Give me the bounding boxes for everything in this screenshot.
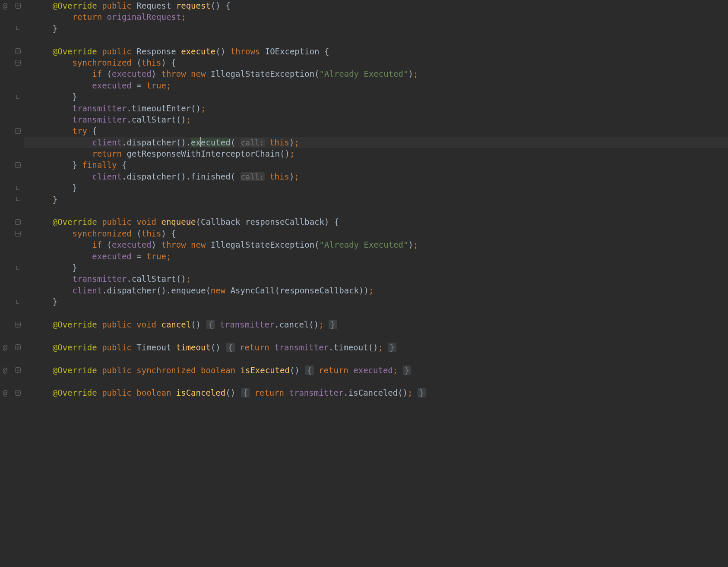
code-line[interactable]: @Override public Response execute() thro… (24, 46, 728, 57)
code-line[interactable]: return originalRequest; (24, 11, 728, 22)
code-line[interactable]: } (24, 262, 728, 273)
code-line[interactable]: executed = true; (24, 80, 728, 91)
fold-end-icon (15, 185, 21, 191)
gutter-row (0, 330, 24, 341)
gutter-row (0, 68, 24, 79)
code-line-current[interactable]: client.dispatcher().executed( call: this… (24, 137, 728, 148)
gutter-row (0, 308, 24, 319)
fold-placeholder-close[interactable]: } (403, 365, 411, 375)
text-cursor (200, 137, 201, 147)
code-line[interactable]: @Override public Request request() { (24, 0, 728, 11)
gutter-row (0, 34, 24, 45)
fold-placeholder-close[interactable]: } (329, 320, 337, 329)
gutter-override-icon[interactable]: @ (1, 0, 9, 11)
code-line[interactable] (24, 353, 728, 364)
code-line[interactable]: return getResponseWithInterceptorChain()… (24, 148, 728, 159)
gutter-row (0, 91, 24, 102)
fold-expand-icon[interactable] (15, 390, 21, 396)
gutter-row: @ (0, 387, 24, 398)
code-line[interactable]: } (24, 194, 728, 205)
gutter-row (0, 11, 24, 22)
code-line[interactable]: } (24, 23, 728, 34)
fold-placeholder-open[interactable]: { (305, 365, 313, 375)
gutter: @@@@ (0, 0, 24, 567)
gutter-row (0, 46, 24, 57)
gutter-row (0, 137, 24, 148)
code-line[interactable]: synchronized (this) { (24, 57, 728, 68)
gutter-row (0, 114, 24, 125)
fold-collapse-icon[interactable] (15, 230, 21, 236)
gutter-row (0, 319, 24, 330)
gutter-row (0, 273, 24, 284)
gutter-row (0, 159, 24, 170)
gutter-row (0, 80, 24, 91)
fold-expand-icon[interactable] (15, 344, 21, 350)
code-line[interactable] (24, 376, 728, 387)
fold-collapse-icon[interactable] (15, 48, 21, 54)
code-line-folded[interactable]: @Override public void cancel() { transmi… (24, 319, 728, 330)
code-line[interactable] (24, 308, 728, 319)
code-line-folded[interactable]: @Override public boolean isCanceled() { … (24, 387, 728, 398)
gutter-row (0, 228, 24, 239)
code-line[interactable]: } (24, 296, 728, 307)
gutter-row (0, 239, 24, 250)
code-line[interactable] (24, 205, 728, 216)
gutter-row (0, 353, 24, 364)
gutter-row (0, 125, 24, 136)
code-line[interactable]: transmitter.callStart(); (24, 114, 728, 125)
gutter-row (0, 182, 24, 193)
gutter-row: @ (0, 342, 24, 353)
code-line[interactable]: transmitter.timeoutEnter(); (24, 103, 728, 114)
fold-collapse-icon[interactable] (15, 3, 21, 9)
gutter-override-icon[interactable]: @ (1, 387, 9, 398)
code-line[interactable]: client.dispatcher().finished( call: this… (24, 171, 728, 182)
fold-collapse-icon[interactable] (15, 219, 21, 225)
code-line[interactable]: transmitter.callStart(); (24, 273, 728, 284)
fold-end-icon (15, 196, 21, 202)
code-line[interactable]: } (24, 91, 728, 102)
gutter-row (0, 205, 24, 216)
fold-end-icon (15, 25, 21, 32)
code-line-folded[interactable]: @Override public synchronized boolean is… (24, 365, 728, 376)
fold-placeholder-open[interactable]: { (226, 343, 234, 352)
gutter-row (0, 216, 24, 227)
code-line[interactable]: @Override public void enqueue(Callback r… (24, 216, 728, 227)
code-editor[interactable]: @@@@ @Override public Request request() … (0, 0, 728, 567)
code-line[interactable]: try { (24, 125, 728, 136)
code-line[interactable] (24, 330, 728, 341)
gutter-row: @ (0, 365, 24, 376)
fold-collapse-icon[interactable] (15, 128, 21, 134)
code-line[interactable]: client.dispatcher().enqueue(new AsyncCal… (24, 285, 728, 296)
fold-placeholder-open[interactable]: { (241, 388, 250, 397)
fold-collapse-icon[interactable] (15, 162, 21, 168)
code-line[interactable]: if (executed) throw new IllegalStateExce… (24, 239, 728, 250)
fold-placeholder-open[interactable]: { (206, 320, 215, 329)
gutter-row (0, 171, 24, 182)
fold-expand-icon[interactable] (15, 321, 21, 328)
gutter-row (0, 285, 24, 296)
fold-expand-icon[interactable] (15, 367, 21, 373)
gutter-override-icon[interactable]: @ (1, 365, 9, 376)
code-line[interactable]: } finally { (24, 159, 728, 170)
gutter-row (0, 296, 24, 307)
gutter-row (0, 251, 24, 262)
gutter-row (0, 148, 24, 159)
code-line[interactable]: executed = true; (24, 251, 728, 262)
param-hint: call: (241, 138, 265, 147)
code-line[interactable]: synchronized (this) { (24, 228, 728, 239)
code-line[interactable]: } (24, 182, 728, 193)
gutter-row (0, 103, 24, 114)
code-area[interactable]: @Override public Request request() { ret… (24, 0, 728, 567)
gutter-row (0, 57, 24, 68)
fold-end-icon (15, 265, 21, 271)
fold-end-icon (15, 94, 21, 100)
gutter-row (0, 262, 24, 273)
code-line-folded[interactable]: @Override public Timeout timeout() { ret… (24, 342, 728, 353)
fold-placeholder-close[interactable]: } (418, 388, 426, 397)
code-line[interactable]: if (executed) throw new IllegalStateExce… (24, 68, 728, 79)
fold-collapse-icon[interactable] (15, 60, 21, 66)
code-line[interactable] (24, 34, 728, 45)
fold-placeholder-close[interactable]: } (388, 343, 396, 352)
gutter-override-icon[interactable]: @ (1, 342, 9, 353)
fold-end-icon (15, 299, 21, 305)
